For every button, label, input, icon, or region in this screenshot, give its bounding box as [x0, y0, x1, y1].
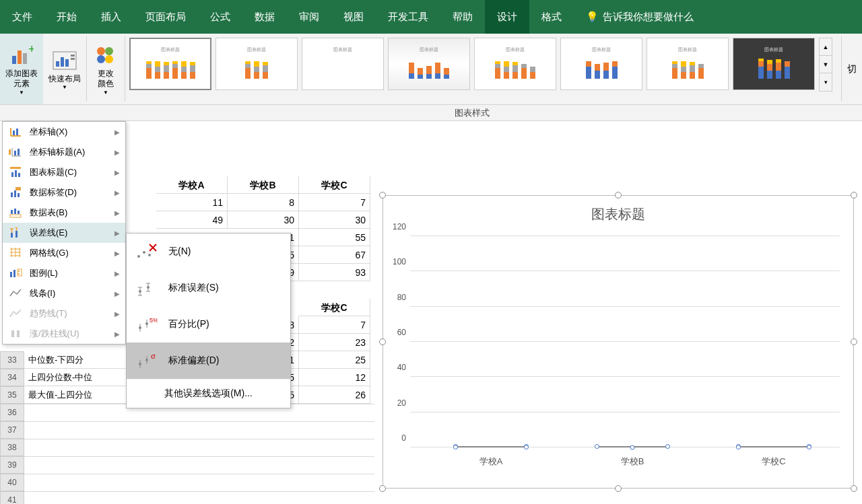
tab-formulas[interactable]: 公式: [198, 0, 242, 34]
svg-rect-6: [61, 57, 64, 67]
tab-developer[interactable]: 开发工具: [376, 0, 440, 34]
tab-view[interactable]: 视图: [331, 0, 376, 34]
cell[interactable]: 55: [299, 229, 370, 246]
tell-me-search[interactable]: 💡 告诉我你想要做什么: [574, 0, 706, 34]
tab-help[interactable]: 帮助: [440, 0, 485, 34]
cell[interactable]: 30: [228, 211, 299, 229]
resize-handle[interactable]: [379, 192, 386, 199]
cell[interactable]: 93: [299, 264, 370, 281]
errorbar-none[interactable]: 无(N): [127, 233, 290, 270]
menu-data-table[interactable]: 数据表(B)▶: [3, 203, 125, 223]
cell[interactable]: 25: [299, 351, 370, 369]
row-header[interactable]: 37: [0, 421, 24, 439]
menu-axis[interactable]: 坐标轴(X)▶: [3, 122, 125, 142]
chart-style-2[interactable]: 图表标题: [216, 38, 298, 90]
resize-handle[interactable]: [615, 485, 622, 492]
row-header[interactable]: 38: [0, 439, 24, 456]
styles-scroll-up[interactable]: ▲: [820, 38, 832, 56]
menu-label: 图表标题(C): [30, 166, 77, 178]
cell[interactable]: 7: [299, 194, 370, 211]
svg-rect-1: [18, 50, 22, 64]
chart-style-7[interactable]: 图表标题: [646, 38, 729, 90]
resize-handle[interactable]: [851, 338, 857, 345]
plot-area[interactable]: [410, 236, 840, 447]
tab-file[interactable]: 文件: [0, 0, 44, 34]
row-header[interactable]: 35: [0, 386, 24, 404]
styles-scroll-down[interactable]: ▼: [820, 56, 832, 73]
y-tick: 20: [397, 398, 406, 408]
tell-me-label: 告诉我你想要做什么: [603, 11, 694, 24]
errorbar-standard-deviation[interactable]: σ 标准偏差(D): [127, 343, 290, 379]
cell[interactable]: 23: [299, 334, 370, 351]
cell[interactable]: 12: [299, 369, 370, 386]
cell[interactable]: 11: [156, 194, 228, 211]
cell[interactable]: 8: [228, 194, 299, 211]
cell[interactable]: 7: [299, 316, 370, 334]
resize-handle[interactable]: [379, 485, 386, 492]
cell[interactable]: 30: [299, 211, 370, 229]
chart-style-6[interactable]: 图表标题: [560, 38, 642, 90]
svg-rect-5: [56, 61, 59, 67]
cell[interactable]: 26: [299, 386, 370, 404]
chart-style-3[interactable]: 图表标题: [302, 38, 384, 90]
menu-legend[interactable]: 图例(L)▶: [3, 263, 125, 283]
row-header[interactable]: 39: [0, 456, 24, 474]
chart-style-4[interactable]: 图表标题: [388, 38, 470, 90]
add-chart-element-button[interactable]: + 添加图表 元素 ▼: [0, 34, 43, 104]
errorbar-more-options[interactable]: 其他误差线选项(M)...: [127, 379, 290, 408]
row-header[interactable]: 36: [0, 404, 24, 421]
col-header-a: 学校A: [156, 176, 228, 194]
svg-rect-30: [15, 187, 21, 190]
row-header[interactable]: 34: [0, 369, 24, 386]
tab-pagelayout[interactable]: 页面布局: [133, 0, 198, 34]
errorbar-percentage[interactable]: 5% 百分比(P): [127, 306, 290, 343]
change-colors-button[interactable]: 更改 颜色 ▼: [87, 34, 125, 104]
tab-design[interactable]: 设计: [485, 0, 529, 34]
chart-style-5[interactable]: 图表标题: [474, 38, 556, 90]
chart-style-1[interactable]: 图表标题: [129, 38, 211, 90]
menu-gridlines[interactable]: 网格线(G)▶: [3, 243, 125, 263]
menu-lines[interactable]: 线条(I)▶: [3, 283, 125, 303]
row-header[interactable]: 33: [0, 351, 24, 369]
row-label[interactable]: 上四分位数-中位: [24, 369, 132, 386]
sd-icon: σ: [135, 352, 158, 369]
tab-format[interactable]: 格式: [529, 0, 574, 34]
quick-layout-label: 快速布局: [48, 74, 81, 85]
gridline: [410, 376, 840, 377]
chevron-right-icon: ▶: [114, 189, 120, 196]
resize-handle[interactable]: [851, 485, 857, 492]
styles-more[interactable]: ▾: [820, 73, 832, 91]
resize-handle[interactable]: [615, 192, 622, 199]
y-tick: 100: [393, 257, 406, 266]
switch-row-col-button[interactable]: 切: [842, 34, 862, 104]
chart-style-8[interactable]: 图表标题: [733, 38, 815, 90]
chevron-right-icon: ▶: [114, 330, 120, 338]
menu-chart-title[interactable]: 图表标题(C)▶: [3, 162, 125, 182]
embedded-chart[interactable]: 图表标题 0 20 40 60 80 100 120: [383, 195, 854, 489]
menu-data-labels[interactable]: 数据标签(D)▶: [3, 182, 125, 203]
row-header[interactable]: 40: [0, 474, 24, 491]
chevron-right-icon: ▶: [114, 270, 120, 277]
svg-rect-23: [10, 167, 21, 169]
x-label-a: 学校A: [457, 456, 525, 468]
tab-home[interactable]: 开始: [44, 0, 89, 34]
cell[interactable]: 67: [299, 246, 370, 264]
quick-layout-button[interactable]: 快速布局 ▼: [43, 34, 86, 104]
resize-handle[interactable]: [851, 192, 857, 199]
menu-error-bars[interactable]: 误差线(E)▶: [3, 223, 125, 243]
tab-review[interactable]: 审阅: [287, 0, 331, 34]
chart-styles-section-label: 图表样式: [105, 107, 839, 119]
row-label[interactable]: 最大值-上四分位: [24, 386, 132, 404]
menu-label: 标准偏差(D): [168, 355, 219, 367]
menu-axis-title[interactable]: 坐标轴标题(A)▶: [3, 142, 125, 162]
error-cap: [486, 447, 496, 448]
row-label[interactable]: 中位数-下四分: [24, 351, 132, 369]
errorbar-standard-error[interactable]: 标准误差(S): [127, 270, 290, 306]
chart-title[interactable]: 图表标题: [383, 196, 853, 227]
empty-grid[interactable]: [24, 404, 374, 504]
row-header[interactable]: 41: [0, 491, 24, 504]
tab-insert[interactable]: 插入: [89, 0, 133, 34]
tab-data[interactable]: 数据: [242, 0, 287, 34]
cell[interactable]: 49: [156, 211, 228, 229]
resize-handle[interactable]: [379, 338, 386, 345]
